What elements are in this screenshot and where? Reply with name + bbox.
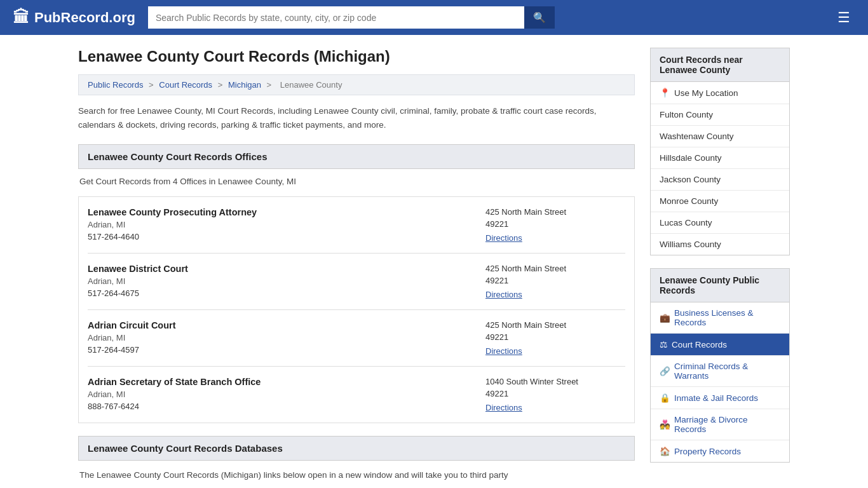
marriage-icon: 💑 (660, 419, 670, 430)
directions-link[interactable]: Directions (485, 403, 522, 412)
office-right: 425 North Main Street 49221 Directions (485, 207, 625, 243)
search-icon: 🔍 (533, 12, 546, 23)
office-city: Adrian, MI (88, 390, 485, 399)
breadcrumb-sep-2: > (218, 80, 225, 90)
sidebar-item-monroe[interactable]: Monroe County (651, 191, 789, 212)
office-name: Lenawee District Court (88, 264, 485, 274)
main-container: Lenawee County Court Records (Michigan) … (65, 35, 803, 488)
sidebar-public-records-list: 💼 Business Licenses & Records ⚖ Court Re… (650, 302, 790, 463)
directions-link[interactable]: Directions (485, 290, 522, 299)
breadcrumb-lenawee: Lenawee County (280, 80, 342, 90)
directions-link[interactable]: Directions (485, 233, 522, 243)
sidebar-item-inmate-records[interactable]: 🔒 Inmate & Jail Records (651, 387, 789, 409)
office-zip: 49221 (485, 276, 625, 285)
page-description: Search for free Lenawee County, MI Court… (78, 104, 635, 132)
office-zip: 49221 (485, 332, 625, 342)
sidebar-public-records-title: Lenawee County Public Records (650, 268, 790, 302)
office-entry: Lenawee District Court Adrian, MI 517-26… (88, 254, 625, 310)
search-button[interactable]: 🔍 (524, 6, 555, 29)
sidebar-label-inmate: Inmate & Jail Records (674, 393, 758, 403)
databases-section-header: Lenawee County Court Records Databases (78, 436, 635, 461)
databases-section: Lenawee County Court Records Databases T… (78, 436, 635, 482)
location-icon: 📍 (660, 88, 670, 98)
sidebar-item-williams[interactable]: Williams County (651, 234, 789, 255)
search-bar: 🔍 (148, 6, 555, 29)
sidebar-item-court-records[interactable]: ⚖ Court Records (651, 334, 789, 356)
site-header: 🏛 PubRecord.org 🔍 ☰ (0, 0, 868, 35)
office-right: 425 North Main Street 49221 Directions (485, 320, 625, 356)
office-left: Adrian Circuit Court Adrian, MI 517-264-… (88, 320, 485, 356)
breadcrumb-court-records[interactable]: Court Records (159, 80, 212, 90)
office-address: 425 North Main Street (485, 320, 625, 330)
office-name: Lenawee County Prosecuting Attorney (88, 207, 485, 217)
sidebar-item-jackson[interactable]: Jackson County (651, 169, 789, 191)
office-entry: Adrian Secretary of State Branch Office … (88, 367, 625, 423)
briefcase-icon: 💼 (660, 313, 670, 323)
offices-section-header: Lenawee County Court Records Offices (78, 144, 635, 169)
sidebar: Court Records near Lenawee County 📍 Use … (650, 48, 790, 482)
office-right: 1040 South Winter Street 49221 Direction… (485, 377, 625, 412)
sidebar-item-lucas[interactable]: Lucas County (651, 212, 789, 234)
breadcrumb-public-records[interactable]: Public Records (88, 80, 143, 90)
office-left: Adrian Secretary of State Branch Office … (88, 377, 485, 412)
office-left: Lenawee District Court Adrian, MI 517-26… (88, 264, 485, 299)
balance-icon: ⚖ (660, 339, 668, 349)
content-area: Lenawee County Court Records (Michigan) … (78, 48, 635, 482)
office-zip: 49221 (485, 389, 625, 398)
office-phone: 517-264-4675 (88, 288, 485, 298)
sidebar-label-criminal: Criminal Records & Warrants (674, 362, 780, 381)
breadcrumb: Public Records > Court Records > Michiga… (78, 74, 635, 95)
office-entry: Lenawee County Prosecuting Attorney Adri… (88, 197, 625, 254)
sidebar-item-washtenaw[interactable]: Washtenaw County (651, 126, 789, 147)
offices-subtext: Get Court Records from 4 Offices in Lena… (78, 177, 635, 186)
offices-list: Lenawee County Prosecuting Attorney Adri… (78, 196, 635, 423)
office-address: 1040 South Winter Street (485, 377, 625, 386)
office-right: 425 North Main Street 49221 Directions (485, 264, 625, 299)
criminal-icon: 🔗 (660, 366, 670, 376)
breadcrumb-sep-3: > (267, 80, 274, 90)
office-name: Adrian Secretary of State Branch Office (88, 377, 485, 387)
sidebar-label-marriage: Marriage & Divorce Records (674, 415, 780, 434)
office-phone: 517-264-4597 (88, 345, 485, 355)
office-zip: 49221 (485, 219, 625, 229)
sidebar-item-hillsdale[interactable]: Hillsdale County (651, 147, 789, 169)
sidebar-item-fulton[interactable]: Fulton County (651, 104, 789, 126)
directions-link[interactable]: Directions (485, 346, 522, 356)
office-address: 425 North Main Street (485, 207, 625, 217)
logo-icon: 🏛 (13, 8, 29, 27)
office-left: Lenawee County Prosecuting Attorney Adri… (88, 207, 485, 243)
sidebar-item-criminal-records[interactable]: 🔗 Criminal Records & Warrants (651, 356, 789, 387)
sidebar-item-property-records[interactable]: 🏠 Property Records (651, 440, 789, 462)
office-entry: Adrian Circuit Court Adrian, MI 517-264-… (88, 310, 625, 367)
logo-text: PubRecord.org (34, 10, 135, 26)
office-city: Adrian, MI (88, 333, 485, 342)
search-input[interactable] (148, 6, 524, 29)
jail-icon: 🔒 (660, 393, 670, 403)
site-logo[interactable]: 🏛 PubRecord.org (13, 8, 135, 27)
sidebar-label-business: Business Licenses & Records (674, 308, 780, 327)
office-phone: 517-264-4640 (88, 232, 485, 241)
sidebar-label-court: Court Records (672, 340, 727, 349)
sidebar-nearby-list: 📍 Use My Location Fulton County Washtena… (650, 82, 790, 255)
use-location-label: Use My Location (674, 88, 738, 98)
office-city: Adrian, MI (88, 220, 485, 229)
breadcrumb-sep-1: > (149, 80, 156, 90)
sidebar-label-property: Property Records (674, 447, 741, 456)
breadcrumb-michigan[interactable]: Michigan (228, 80, 261, 90)
sidebar-item-marriage-records[interactable]: 💑 Marriage & Divorce Records (651, 409, 789, 440)
office-phone: 888-767-6424 (88, 402, 485, 411)
hamburger-button[interactable]: ☰ (832, 7, 855, 29)
sidebar-item-business-licenses[interactable]: 💼 Business Licenses & Records (651, 302, 789, 334)
page-title: Lenawee County Court Records (Michigan) (78, 48, 635, 65)
office-city: Adrian, MI (88, 276, 485, 286)
property-icon: 🏠 (660, 446, 670, 456)
hamburger-icon: ☰ (837, 10, 850, 25)
sidebar-nearby-title: Court Records near Lenawee County (650, 48, 790, 82)
office-address: 425 North Main Street (485, 264, 625, 273)
office-name: Adrian Circuit Court (88, 320, 485, 330)
sidebar-use-location[interactable]: 📍 Use My Location (651, 82, 789, 104)
databases-subtext: The Lenawee County Court Records (Michig… (78, 468, 635, 482)
